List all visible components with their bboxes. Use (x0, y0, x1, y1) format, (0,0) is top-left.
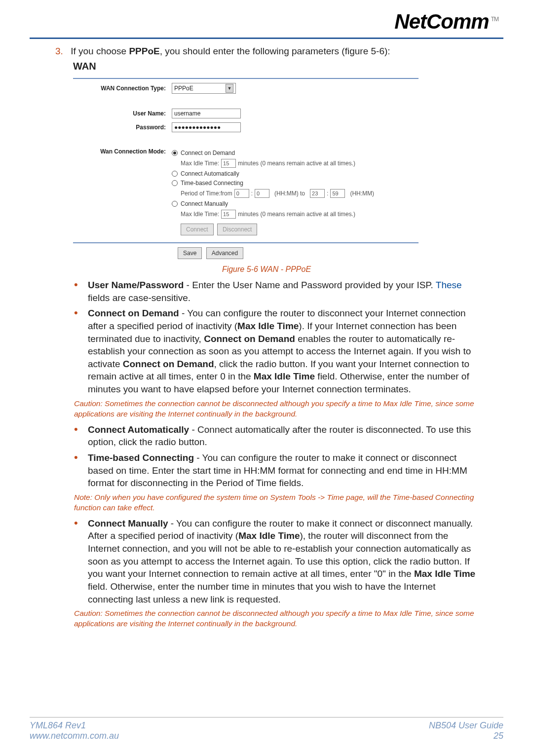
password-input[interactable]: ●●●●●●●●●●●●● (172, 122, 241, 132)
max-idle-label: Max Idle Time: (181, 160, 219, 167)
advanced-button[interactable]: Advanced (206, 247, 243, 259)
radio-connect-manually[interactable] (172, 201, 178, 207)
period-end: (HH:MM) (350, 190, 374, 197)
wan-heading: WAN (73, 61, 503, 72)
max-idle-suffix-2: minutes (0 means remain active at all ti… (238, 211, 355, 218)
footer-rev: YML864 Rev1 (30, 720, 119, 731)
page-header: NetCommTM (30, 10, 503, 34)
note-time-config: Note: Only when you have configured the … (74, 492, 480, 513)
period-to-mm[interactable]: 59 (330, 189, 345, 198)
wan-hr (73, 78, 419, 79)
period-label: Period of Time:from (181, 190, 232, 197)
username-input[interactable]: username (172, 109, 241, 118)
disconnect-button[interactable]: Disconnect (217, 224, 257, 235)
figure-caption: Figure 5-6 WAN - PPPoE (30, 265, 503, 274)
step-number: 3. (55, 46, 63, 56)
bullet-list-3: Connect Manually - You can configure the… (74, 517, 480, 605)
logo-tm: TM (491, 16, 498, 23)
password-label: Password: (73, 124, 172, 131)
connect-button[interactable]: Connect (181, 224, 214, 235)
these-link: These (436, 280, 462, 290)
period-from-hh[interactable]: 0 (234, 189, 249, 198)
radio-connect-auto[interactable] (172, 171, 178, 177)
wan-connection-type-select[interactable]: PPPoE▼ (172, 83, 236, 94)
step-text-2: , you should enter the following paramet… (160, 46, 390, 56)
period-mid: (HH:MM) to (274, 190, 305, 197)
period-from-mm[interactable]: 0 (255, 189, 269, 198)
bullet-list: User Name/Password - Enter the User Name… (74, 279, 480, 396)
caution-note-2: Caution: Sometimes the connection cannot… (74, 608, 480, 629)
step-instruction: 3. If you choose PPPoE, you should enter… (55, 46, 503, 57)
radio-label: Connect on Demand (181, 150, 235, 156)
bullet-list-2: Connect Automatically - Connect automati… (74, 423, 480, 490)
divider (30, 38, 503, 39)
chevron-down-icon: ▼ (226, 84, 233, 93)
bullet-connect-manually: Connect Manually - You can configure the… (74, 517, 480, 605)
radio-label: Connect Manually (181, 200, 228, 207)
bullet-connect-on-demand: Connect on Demand - You can configure th… (74, 307, 480, 395)
footer-guide: NB504 User Guide (429, 720, 503, 731)
max-idle-suffix: minutes (0 means remain active at all ti… (238, 160, 355, 167)
radio-label: Time-based Connecting (181, 180, 243, 187)
period-to-hh[interactable]: 23 (310, 189, 325, 198)
step-text: If you choose (71, 46, 129, 56)
max-idle-input-2[interactable]: 15 (221, 210, 236, 219)
bullet-time-based: Time-based Connecting - You can configur… (74, 452, 480, 490)
max-idle-label-2: Max Idle Time: (181, 211, 219, 218)
conn-mode-label: Wan Connection Mode: (73, 147, 172, 155)
brand-logo: NetCommTM (394, 10, 498, 34)
radio-label: Connect Automatically (181, 170, 239, 177)
footer-url: www.netcomm.com.au (30, 731, 119, 741)
bullet-connect-auto: Connect Automatically - Connect automati… (74, 423, 480, 449)
username-label: User Name: (73, 110, 172, 117)
caution-note-1: Caution: Sometimes the connection cannot… (74, 399, 480, 419)
radio-time-based[interactable] (172, 180, 178, 186)
logo-text: NetComm (394, 10, 489, 33)
radio-connect-on-demand[interactable] (172, 150, 178, 156)
wan-screenshot: WAN WAN Connection Type: PPPoE▼ User Nam… (73, 61, 503, 259)
page-footer: YML864 Rev1 www.netcomm.com.au NB504 Use… (30, 717, 503, 741)
conn-type-label: WAN Connection Type: (73, 85, 172, 92)
max-idle-input[interactable]: 15 (221, 159, 236, 168)
bullet-user-pass: User Name/Password - Enter the User Name… (74, 279, 480, 304)
footer-divider (30, 717, 503, 718)
select-value: PPPoE (174, 85, 193, 92)
step-bold: PPPoE (129, 46, 159, 56)
save-button[interactable]: Save (178, 247, 202, 259)
wan-hr (73, 242, 419, 243)
footer-page-num: 25 (429, 731, 503, 741)
